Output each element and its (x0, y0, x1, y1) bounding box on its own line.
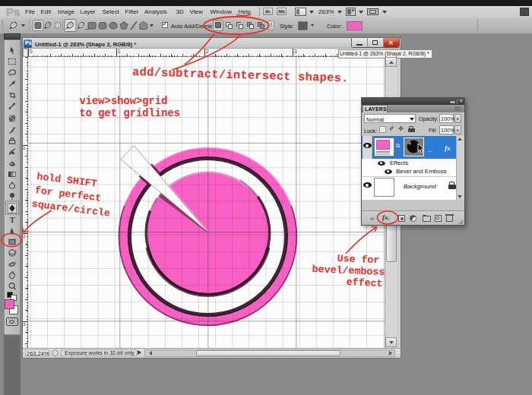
svg-text:T: T (9, 215, 15, 224)
